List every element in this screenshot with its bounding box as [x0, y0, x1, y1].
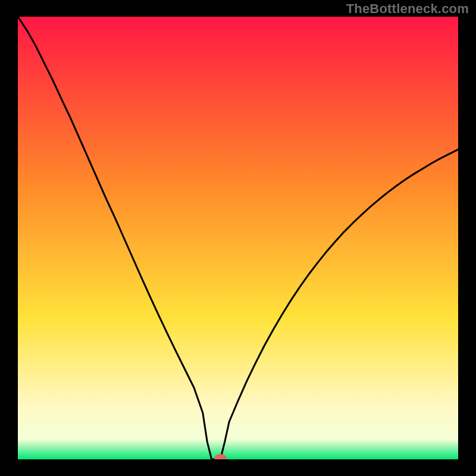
watermark-text: TheBottleneck.com — [346, 1, 469, 17]
bottleneck-chart — [0, 0, 476, 476]
chart-frame: TheBottleneck.com — [0, 0, 476, 476]
minimum-marker — [214, 454, 226, 462]
gradient-background — [18, 17, 458, 459]
